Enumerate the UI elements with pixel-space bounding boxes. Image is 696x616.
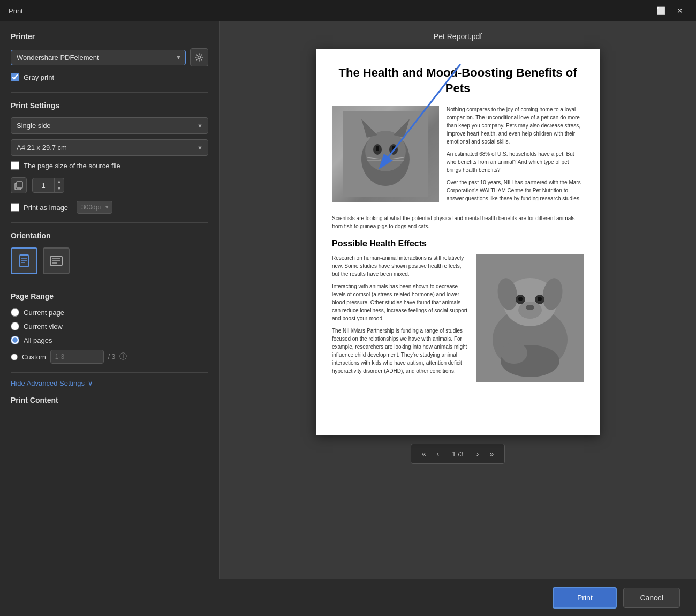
page-size-source-row: The page size of the source file: [11, 161, 208, 170]
print-as-image-row: Print as image 300dpi 150dpi 600dpi ▼: [11, 201, 208, 214]
portrait-button[interactable]: [11, 247, 37, 274]
total-pages: / 3: [108, 353, 115, 360]
info-icon: ⓘ: [119, 352, 127, 362]
prev-page-button[interactable]: ‹: [432, 447, 443, 460]
maximize-button[interactable]: ⬜: [653, 3, 668, 18]
copies-input[interactable]: 1: [33, 179, 54, 192]
pdf-subtitle: Possible Health Effects: [332, 239, 584, 249]
custom-radio[interactable]: [11, 354, 18, 360]
svg-point-20: [376, 146, 379, 151]
divider-3: [11, 283, 208, 283]
copies-decrement[interactable]: ▼: [55, 185, 64, 192]
custom-range-row: Custom / 3 ⓘ: [11, 350, 208, 364]
current-view-label: Current view: [24, 322, 63, 330]
all-pages-row: All pages: [11, 336, 208, 344]
custom-label: Custom: [22, 353, 46, 361]
gray-print-checkbox[interactable]: [11, 73, 19, 81]
cat-image: [332, 106, 439, 202]
left-panel: Printer Wondershare PDFelement ▼ Gray pr…: [0, 21, 220, 579]
printer-select[interactable]: Wondershare PDFelement: [11, 50, 186, 65]
main-layout: Printer Wondershare PDFelement ▼ Gray pr…: [0, 21, 696, 579]
page-size-source-checkbox[interactable]: [11, 161, 19, 170]
print-as-image-label: Print as image: [24, 204, 68, 212]
pdf-preview: The Health and Mood-Boosting Benefits of…: [316, 49, 600, 435]
svg-point-37: [526, 305, 534, 310]
pagination: « ‹ 1 /3 › »: [411, 444, 505, 464]
page-range-section: Page Range Current page Current view All…: [11, 292, 208, 364]
copies-increment[interactable]: ▲: [55, 178, 64, 185]
paper-dropdown-wrapper: A4 21 x 29.7 cm Letter 21.59 x 27.94 cm …: [11, 139, 208, 156]
orientation-buttons: [11, 247, 208, 274]
divider-1: [11, 92, 208, 93]
pdf-bottom-text: Research on human-animal interactions is…: [332, 254, 469, 382]
copies-row: 1 ▲ ▼: [11, 177, 208, 193]
print-button[interactable]: Print: [553, 587, 617, 609]
svg-point-35: [538, 297, 542, 301]
stepper-buttons: ▲ ▼: [54, 178, 64, 192]
advanced-settings-toggle[interactable]: Hide Advanced Settings ∨: [11, 372, 208, 392]
svg-rect-2: [17, 182, 22, 188]
svg-point-39: [501, 342, 527, 364]
page-size-source-label: The page size of the source file: [24, 162, 120, 170]
advanced-chevron-icon: ∨: [88, 379, 93, 387]
custom-range-input[interactable]: [50, 350, 104, 364]
cancel-button[interactable]: Cancel: [623, 588, 680, 608]
dog-image: [476, 254, 584, 382]
svg-point-21: [392, 146, 395, 151]
svg-point-0: [198, 56, 201, 59]
pdf-bottom-row: Research on human-animal interactions is…: [332, 254, 584, 382]
pdf-body1: Research on human-animal interactions is…: [332, 254, 469, 278]
dpi-select[interactable]: 300dpi 150dpi 600dpi: [77, 201, 112, 214]
print-settings-header: Print Settings: [11, 101, 208, 110]
print-as-image-checkbox[interactable]: [11, 203, 19, 212]
pdf-intro-text: Nothing compares to the joy of coming ho…: [447, 106, 584, 207]
landscape-button[interactable]: [43, 247, 70, 274]
page-info: 1 /3: [445, 450, 470, 458]
first-page-button[interactable]: «: [418, 447, 430, 460]
bottom-bar: Print Cancel: [0, 579, 696, 616]
close-button[interactable]: ✕: [672, 3, 687, 18]
paper-select[interactable]: A4 21 x 29.7 cm Letter 21.59 x 27.94 cm …: [11, 139, 208, 156]
svg-point-15: [365, 131, 406, 171]
side-select[interactable]: Single side Both sides (Flip on long edg…: [11, 117, 208, 134]
printer-select-wrapper: Wondershare PDFelement ▼: [11, 48, 208, 66]
orientation-section: Orientation: [11, 231, 208, 274]
pdf-title: The Health and Mood-Boosting Benefits of…: [332, 65, 584, 96]
pdf-body2: Interacting with animals has been shown …: [332, 282, 469, 322]
pdf-para2: An estimated 68% of U.S. households have…: [447, 150, 584, 174]
pdf-content-row: Nothing compares to the joy of coming ho…: [332, 106, 584, 207]
next-page-button[interactable]: ›: [472, 447, 483, 460]
current-view-row: Current view: [11, 322, 208, 330]
current-page-row: Current page: [11, 308, 208, 317]
cat-shape: [332, 106, 439, 202]
orientation-header: Orientation: [11, 231, 208, 240]
current-view-radio[interactable]: [11, 322, 19, 330]
right-panel: Pet Report.pdf The Health and Mood-Boost…: [220, 21, 696, 579]
dog-shape: [476, 254, 584, 382]
copies-icon: [11, 177, 27, 193]
advanced-toggle-label: Hide Advanced Settings: [11, 379, 85, 387]
pdf-para3: Over the past 10 years, NIH has partnere…: [447, 178, 584, 202]
printer-section: Printer Wondershare PDFelement ▼ Gray pr…: [11, 32, 208, 81]
current-page-label: Current page: [24, 309, 64, 317]
current-page-radio[interactable]: [11, 308, 19, 317]
copies-stepper: 1 ▲ ▼: [32, 178, 64, 193]
all-pages-radio[interactable]: [11, 336, 19, 344]
gray-print-row: Gray print: [11, 73, 208, 81]
print-content-header: Print Content: [11, 392, 208, 404]
printer-settings-button[interactable]: [190, 48, 208, 66]
page-range-header: Page Range: [11, 292, 208, 301]
pdf-caption: Scientists are looking at what the poten…: [332, 214, 584, 230]
divider-2: [11, 222, 208, 223]
window-title: Print: [9, 7, 23, 15]
pdf-filename: Pet Report.pdf: [434, 32, 482, 41]
pdf-body3: The NIH/Mars Partnership is funding a ra…: [332, 327, 469, 375]
side-dropdown-wrapper: Single side Both sides (Flip on long edg…: [11, 117, 208, 134]
svg-rect-3: [20, 255, 28, 267]
print-settings-section: Print Settings Single side Both sides (F…: [11, 101, 208, 214]
printer-header: Printer: [11, 32, 208, 41]
window-controls: ⬜ ✕: [653, 3, 687, 18]
last-page-button[interactable]: »: [486, 447, 498, 460]
all-pages-label: All pages: [24, 336, 52, 344]
cat-svg: [343, 111, 428, 197]
